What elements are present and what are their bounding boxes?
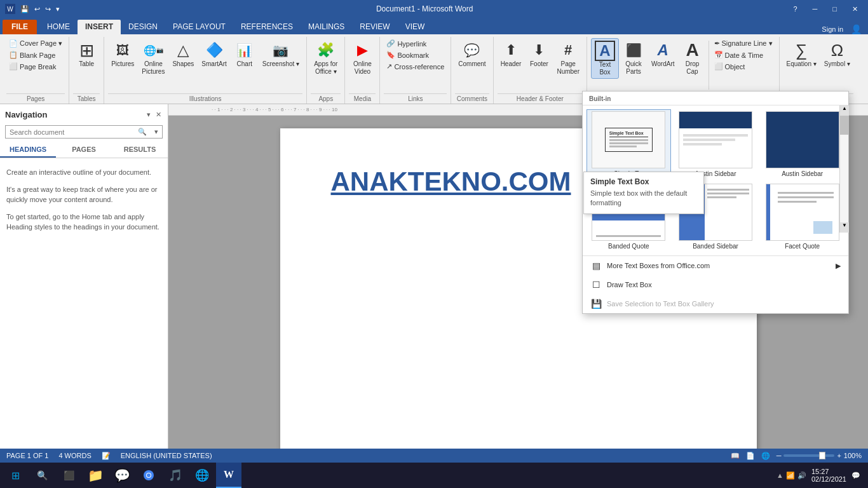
comment-button[interactable]: 💬 Comment xyxy=(455,38,489,70)
cross-reference-button[interactable]: ↗ Cross-reference xyxy=(384,61,447,72)
whatsapp-button[interactable]: 💬 xyxy=(109,463,135,488)
symbols-buttons: ∑ Equation ▾ Ω Symbol ▾ xyxy=(783,37,853,93)
nav-close-btn[interactable]: ✕ xyxy=(154,109,163,120)
footer-icon: ⬇ xyxy=(529,40,549,60)
text-box-button[interactable]: A TextBox xyxy=(591,38,619,79)
print-layout-icon[interactable]: 📄 xyxy=(746,452,755,460)
help-btn[interactable]: ? xyxy=(788,5,802,13)
search-dropdown-btn[interactable]: ▾ xyxy=(151,126,162,138)
web-layout-icon[interactable]: 🌐 xyxy=(761,452,770,460)
time: 15:27 xyxy=(811,468,846,475)
shapes-button[interactable]: △ Shapes xyxy=(169,38,197,70)
simple-text-box-tooltip: Simple Text Box Simple text box with the… xyxy=(583,172,704,214)
page-break-button[interactable]: ⬜ Page Break xyxy=(6,61,65,72)
media-player-button[interactable]: 🎵 xyxy=(163,463,188,488)
austin-sidebar-item[interactable]: Austin Sidebar xyxy=(674,109,758,179)
file-explorer-button[interactable]: 📁 xyxy=(83,463,108,488)
hyperlink-button[interactable]: 🔗 Hyperlink xyxy=(384,38,447,49)
nav-tab-headings[interactable]: HEADINGS xyxy=(0,142,56,158)
task-view-button[interactable]: ⬛ xyxy=(56,463,81,488)
tab-view[interactable]: VIEW xyxy=(398,20,433,34)
drop-cap-button[interactable]: A DropCap xyxy=(679,38,706,78)
start-button[interactable]: ⊞ xyxy=(3,463,28,488)
nav-tab-pages[interactable]: PAGES xyxy=(56,142,112,158)
zoom-control[interactable]: ─ + 100% xyxy=(776,452,862,459)
textbox-item-3[interactable]: Austin Sidebar xyxy=(760,109,844,179)
word-button[interactable]: W xyxy=(216,463,241,488)
search-button[interactable]: 🔍 xyxy=(29,463,55,488)
equation-button[interactable]: ∑ Equation ▾ xyxy=(783,38,820,70)
redo-btn[interactable]: ↪ xyxy=(44,4,52,15)
tab-mailings[interactable]: MAILINGS xyxy=(301,20,352,34)
bookmark-button[interactable]: 🔖 Bookmark xyxy=(384,50,447,60)
scroll-down-btn[interactable]: ▼ xyxy=(840,222,849,233)
tab-home[interactable]: HOME xyxy=(39,20,78,34)
scroll-thumb[interactable] xyxy=(840,116,849,135)
tab-design[interactable]: DESIGN xyxy=(121,20,165,34)
user-icon[interactable]: 👤 xyxy=(851,24,862,34)
page-break-icon: ⬜ xyxy=(9,62,18,71)
date-time-button[interactable]: 📅 Date & Time xyxy=(712,50,775,60)
browser-button[interactable]: 🌐 xyxy=(189,463,215,488)
shapes-icon: △ xyxy=(173,40,193,60)
title-bar-left: W 💾 ↩ ↪ ▾ xyxy=(5,4,61,15)
clock[interactable]: 15:27 02/12/2021 xyxy=(811,468,846,483)
footer-button[interactable]: ⬇ Footer xyxy=(526,38,552,70)
title-bar-controls: ? ─ □ ✕ xyxy=(788,5,863,13)
chart-button[interactable]: 📊 Chart xyxy=(231,38,258,70)
cover-page-button[interactable]: 📄 Cover Page ▾ xyxy=(6,38,65,49)
page-number-button[interactable]: # PageNumber xyxy=(553,38,583,78)
tooltip-title: Simple Text Box xyxy=(590,177,697,186)
notification-icon[interactable]: 💬 xyxy=(851,471,860,480)
nav-tab-results[interactable]: RESULTS xyxy=(112,142,168,158)
search-button[interactable]: 🔍 xyxy=(134,126,151,138)
search-input[interactable] xyxy=(6,126,134,138)
pictures-button[interactable]: 🖼 Pictures xyxy=(108,38,137,70)
online-pictures-button[interactable]: 🌐📷 OnlinePictures xyxy=(139,38,168,78)
simple-text-box-item[interactable]: Simple Text Box Simple T... Simple Text … xyxy=(587,109,671,179)
dropdown-scrollbar[interactable]: ▲ ▼ xyxy=(839,105,848,233)
apps-label: Apps xyxy=(311,93,341,104)
apps-for-office-button[interactable]: 🧩 Apps forOffice ▾ xyxy=(311,38,341,78)
customize-btn[interactable]: ▾ xyxy=(55,4,61,15)
screenshot-button[interactable]: 📷 Screenshot ▾ xyxy=(259,38,302,70)
facet-quote-item[interactable]: Facet Quote xyxy=(760,182,844,252)
symbol-button[interactable]: Ω Symbol ▾ xyxy=(821,38,853,70)
blank-page-button[interactable]: 📋 Blank Page xyxy=(6,50,65,60)
scroll-up-btn[interactable]: ▲ xyxy=(840,105,849,116)
textbox-thumb-3 xyxy=(766,111,839,168)
close-btn[interactable]: ✕ xyxy=(847,5,863,13)
text-separator xyxy=(709,41,709,90)
tab-file[interactable]: FILE xyxy=(3,20,37,34)
sign-in-link[interactable]: Sign in xyxy=(822,25,843,33)
online-video-button[interactable]: ▶ OnlineVideo xyxy=(349,38,376,78)
navigation-pane: Navigation ▾ ✕ 🔍 ▾ HEADINGS PAGES RESULT… xyxy=(0,104,168,449)
tab-references[interactable]: REFERENCES xyxy=(233,20,301,34)
object-button[interactable]: ⬜ Object xyxy=(712,61,775,72)
facet-quote-thumb xyxy=(766,184,839,241)
maximize-btn[interactable]: □ xyxy=(827,5,842,13)
draw-text-box-action[interactable]: ☐ Draw Text Box xyxy=(583,275,848,294)
zoom-out-btn[interactable]: ─ xyxy=(776,452,782,459)
equation-icon: ∑ xyxy=(791,40,811,60)
tray-arrow[interactable]: ▲ xyxy=(776,471,783,479)
tab-review[interactable]: REVIEW xyxy=(352,20,397,34)
tab-insert[interactable]: INSERT xyxy=(78,20,121,34)
zoom-slider[interactable] xyxy=(783,454,834,457)
ribbon-group-comments: 💬 Comment Comments xyxy=(451,37,493,104)
chrome-button[interactable] xyxy=(136,463,161,488)
zoom-in-btn[interactable]: + xyxy=(837,452,841,459)
header-button[interactable]: ⬆ Header xyxy=(498,38,525,70)
quick-parts-button[interactable]: ⬛ QuickParts xyxy=(620,38,647,78)
table-button[interactable]: ⊞ Table xyxy=(73,38,100,70)
smartart-button[interactable]: 🔷 SmartArt xyxy=(198,38,229,70)
nav-menu-btn[interactable]: ▾ xyxy=(146,109,152,120)
save-btn[interactable]: 💾 xyxy=(19,4,31,15)
read-mode-icon[interactable]: 📖 xyxy=(731,452,740,460)
tab-page-layout[interactable]: PAGE LAYOUT xyxy=(165,20,233,34)
minimize-btn[interactable]: ─ xyxy=(808,5,823,13)
signature-line-button[interactable]: ✒ Signature Line ▾ xyxy=(712,38,775,49)
wordart-button[interactable]: A WordArt xyxy=(648,38,678,70)
undo-btn[interactable]: ↩ xyxy=(33,4,41,15)
more-text-boxes-action[interactable]: ▤ More Text Boxes from Office.com ▶ xyxy=(583,256,848,275)
